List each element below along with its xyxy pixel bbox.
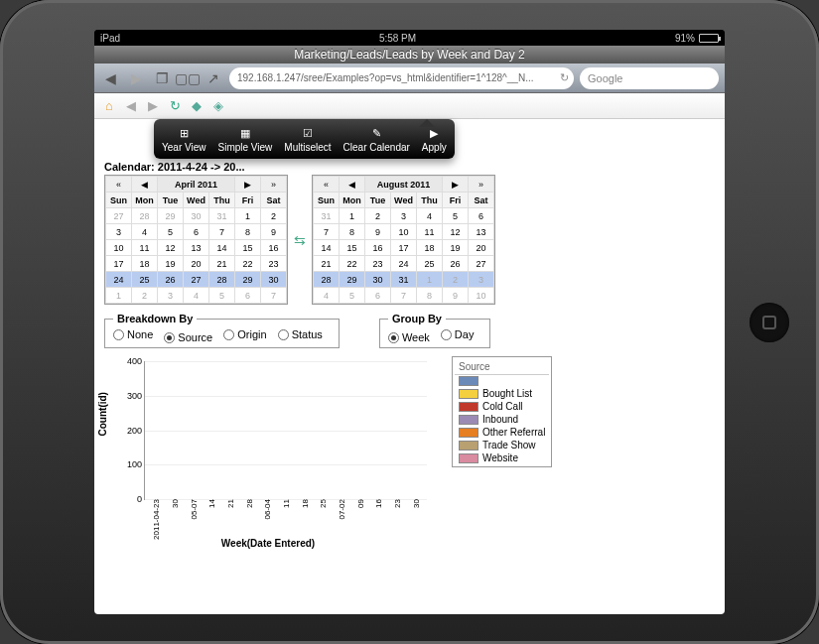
cal-day[interactable]: 29 bbox=[340, 272, 365, 288]
cal-day[interactable]: 3 bbox=[391, 208, 417, 224]
share-icon[interactable]: ↗ bbox=[204, 68, 223, 88]
nav-back-icon[interactable]: ◀ bbox=[122, 97, 140, 115]
cal-day[interactable]: 29 bbox=[158, 208, 184, 224]
simple-view-button[interactable]: ▦Simple View bbox=[211, 123, 278, 157]
cal-day[interactable]: 3 bbox=[469, 272, 494, 288]
search-field[interactable]: Google bbox=[580, 67, 719, 89]
cal-day[interactable]: 23 bbox=[365, 256, 391, 272]
pages-icon[interactable]: ❐ bbox=[152, 68, 172, 88]
cal-nav[interactable]: » bbox=[469, 177, 494, 193]
link-icon[interactable]: ⇆ bbox=[292, 232, 308, 248]
cal-day[interactable]: 6 bbox=[469, 208, 494, 224]
radio-status[interactable]: Status bbox=[278, 328, 323, 340]
radio-day[interactable]: Day bbox=[441, 328, 475, 340]
cal-day[interactable]: 25 bbox=[417, 256, 443, 272]
cal-day[interactable]: 31 bbox=[209, 208, 235, 224]
cal-day[interactable]: 9 bbox=[443, 288, 469, 304]
cal-day[interactable]: 11 bbox=[417, 224, 443, 240]
cal-day[interactable]: 7 bbox=[314, 224, 340, 240]
cal-day[interactable]: 23 bbox=[261, 256, 287, 272]
cal-day[interactable]: 4 bbox=[314, 288, 340, 304]
cal-day[interactable]: 24 bbox=[391, 256, 417, 272]
cal-day[interactable]: 10 bbox=[106, 240, 132, 256]
cal-day[interactable]: 4 bbox=[132, 224, 158, 240]
cal-day[interactable]: 1 bbox=[106, 288, 132, 304]
cal-day[interactable]: 14 bbox=[314, 240, 340, 256]
cal-day[interactable]: 14 bbox=[209, 240, 235, 256]
cal-day[interactable]: 12 bbox=[158, 240, 184, 256]
cal-day[interactable]: 4 bbox=[417, 208, 443, 224]
cal-day[interactable]: 7 bbox=[261, 288, 287, 304]
cal-nav[interactable]: ◀ bbox=[132, 177, 158, 193]
cal-day[interactable]: 9 bbox=[365, 224, 391, 240]
forward-button[interactable]: ▶ bbox=[126, 68, 146, 88]
home-button[interactable] bbox=[750, 303, 789, 342]
cal-day[interactable]: 27 bbox=[184, 272, 209, 288]
cal-day[interactable]: 27 bbox=[106, 208, 132, 224]
cal-day[interactable]: 13 bbox=[184, 240, 209, 256]
cal-day[interactable]: 18 bbox=[417, 240, 443, 256]
cal-day[interactable]: 5 bbox=[209, 288, 235, 304]
nav-fwd-icon[interactable]: ▶ bbox=[144, 97, 162, 115]
cal-day[interactable]: 2 bbox=[261, 208, 287, 224]
cal-day[interactable]: 28 bbox=[314, 272, 340, 288]
cal-day[interactable]: 6 bbox=[365, 288, 391, 304]
cal-nav[interactable]: « bbox=[106, 177, 132, 193]
radio-source[interactable]: Source bbox=[164, 331, 212, 343]
url-field[interactable]: 192.168.1.247/sree/Examples?op=vs_html&i… bbox=[229, 67, 574, 89]
radio-origin[interactable]: Origin bbox=[223, 328, 266, 340]
cal-day[interactable]: 6 bbox=[184, 224, 209, 240]
clear-calendar-button[interactable]: ✎Clear Calendar bbox=[338, 123, 416, 157]
cal-day[interactable]: 28 bbox=[209, 272, 235, 288]
cal-day[interactable]: 3 bbox=[106, 224, 132, 240]
cal-day[interactable]: 26 bbox=[443, 256, 469, 272]
cal-day[interactable]: 22 bbox=[340, 256, 365, 272]
cal-day[interactable]: 7 bbox=[209, 224, 235, 240]
cal-day[interactable]: 21 bbox=[314, 256, 340, 272]
cal-day[interactable]: 26 bbox=[158, 272, 184, 288]
cal-day[interactable]: 28 bbox=[132, 208, 158, 224]
cal-day[interactable]: 8 bbox=[340, 224, 365, 240]
cal-day[interactable]: 10 bbox=[391, 224, 417, 240]
cal-day[interactable]: 16 bbox=[365, 240, 391, 256]
cal-day[interactable]: 19 bbox=[443, 240, 469, 256]
cal-day[interactable]: 17 bbox=[391, 240, 417, 256]
cal-nav[interactable]: ▶ bbox=[443, 177, 469, 193]
cal-day[interactable]: 24 bbox=[106, 272, 132, 288]
apply-button[interactable]: ▶Apply bbox=[416, 123, 453, 157]
calendar-left[interactable]: «◀April 2011▶»SunMonTueWedThuFriSat27282… bbox=[104, 175, 288, 305]
layers-icon[interactable]: ◈ bbox=[209, 97, 227, 115]
cal-day[interactable]: 17 bbox=[106, 256, 132, 272]
cal-day[interactable]: 31 bbox=[391, 272, 417, 288]
cal-day[interactable]: 18 bbox=[132, 256, 158, 272]
cal-day[interactable]: 30 bbox=[261, 272, 287, 288]
cal-day[interactable]: 6 bbox=[235, 288, 261, 304]
cal-day[interactable]: 4 bbox=[184, 288, 209, 304]
calendar-right[interactable]: «◀August 2011▶»SunMonTueWedThuFriSat3112… bbox=[312, 175, 495, 305]
bookmarks-icon[interactable]: ▢▢ bbox=[178, 68, 198, 88]
cal-nav[interactable]: ◀ bbox=[340, 177, 365, 193]
cal-nav[interactable]: ▶ bbox=[235, 177, 261, 193]
cal-day[interactable]: 20 bbox=[184, 256, 209, 272]
cal-day[interactable]: 1 bbox=[235, 208, 261, 224]
cal-nav[interactable]: « bbox=[314, 177, 340, 193]
radio-week[interactable]: Week bbox=[388, 331, 430, 343]
cal-day[interactable]: 2 bbox=[443, 272, 469, 288]
cal-day[interactable]: 11 bbox=[132, 240, 158, 256]
reload-icon[interactable]: ↻ bbox=[560, 71, 569, 84]
cal-day[interactable]: 29 bbox=[235, 272, 261, 288]
cal-day[interactable]: 9 bbox=[261, 224, 287, 240]
refresh-icon[interactable]: ↻ bbox=[166, 97, 184, 115]
radio-none[interactable]: None bbox=[113, 328, 153, 340]
cal-day[interactable]: 3 bbox=[158, 288, 184, 304]
cal-day[interactable]: 10 bbox=[469, 288, 494, 304]
cal-day[interactable]: 5 bbox=[340, 288, 365, 304]
cal-day[interactable]: 30 bbox=[184, 208, 209, 224]
cal-day[interactable]: 25 bbox=[132, 272, 158, 288]
cal-day[interactable]: 21 bbox=[209, 256, 235, 272]
layer-add-icon[interactable]: ◆ bbox=[188, 97, 205, 115]
cal-day[interactable]: 7 bbox=[391, 288, 417, 304]
cal-day[interactable]: 27 bbox=[469, 256, 494, 272]
cal-day[interactable]: 31 bbox=[314, 208, 340, 224]
cal-day[interactable]: 8 bbox=[417, 288, 443, 304]
